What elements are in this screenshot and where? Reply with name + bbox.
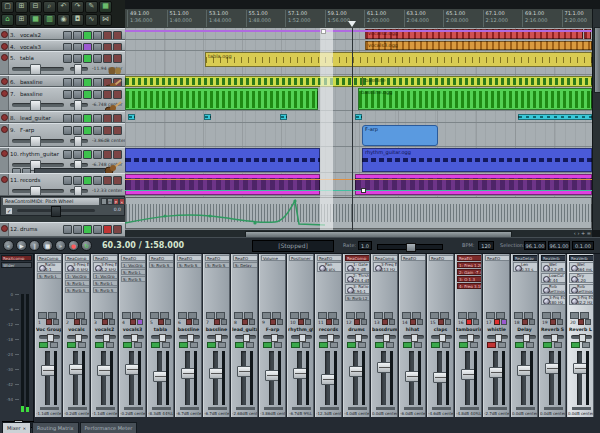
pan-slider[interactable] <box>67 335 88 339</box>
knob-icon[interactable] <box>347 276 354 283</box>
record-arm-dot[interactable] <box>1 176 8 183</box>
fx-button[interactable] <box>263 342 272 348</box>
fader-track[interactable] <box>45 351 50 405</box>
fx-slot[interactable]: S: Rvrb S <box>205 262 230 268</box>
record-arm-button[interactable] <box>113 54 122 63</box>
record-mode-icon[interactable]: ◉ <box>57 14 70 26</box>
input-button[interactable] <box>66 312 75 319</box>
fx-button[interactable] <box>235 342 244 348</box>
fx-slot[interactable]: S: Rvrb S <box>149 262 174 268</box>
mute-button[interactable] <box>550 319 556 325</box>
input-button[interactable] <box>122 312 131 319</box>
fx-slot[interactable]: S: Rvrb L <box>93 280 118 286</box>
fx-button[interactable] <box>375 342 384 348</box>
strip-name[interactable]: tabla <box>148 327 173 332</box>
timeline-ruler[interactable]: 49.1.001:36.00051.1.001:40.00053.1.001:4… <box>125 9 592 29</box>
mute-button[interactable] <box>326 319 332 325</box>
input-button[interactable] <box>346 312 355 319</box>
media-explorer-icon[interactable]: ⌂ <box>1 14 14 26</box>
strip-name[interactable]: rhythm_gtr <box>288 327 313 332</box>
fx-button[interactable] <box>73 78 82 87</box>
fx-button[interactable] <box>73 225 82 234</box>
fx-slot[interactable]: 1: VocGrp <box>93 273 118 279</box>
clip-vocals3[interactable]: vocals3.ogg <box>365 41 592 50</box>
fx-slot[interactable]: 3: Q 1.3 <box>457 276 482 282</box>
arrange-view[interactable]: vocals2.oggvocals3.oggtabla.oggbasslineb… <box>125 28 592 230</box>
trim-slider[interactable] <box>124 407 143 410</box>
env-button[interactable] <box>63 126 72 135</box>
env-button[interactable] <box>50 342 58 348</box>
track-name[interactable]: rhythm_guitar <box>20 151 59 157</box>
fx-slot[interactable]: 3-Frq EQ180 Hz <box>541 295 566 305</box>
env-button[interactable] <box>498 342 506 348</box>
record-arm-strip[interactable] <box>0 52 9 74</box>
output-button[interactable] <box>244 312 253 319</box>
mute-button[interactable] <box>354 319 360 325</box>
output-button[interactable] <box>496 312 505 319</box>
input-button[interactable] <box>206 312 215 319</box>
pan-slider-handle[interactable] <box>75 334 82 342</box>
trim-slider[interactable] <box>96 407 115 410</box>
mixer-strip-records[interactable]: ReaEQPan8 pts11records-12.3dB center <box>315 254 342 417</box>
input-button[interactable] <box>542 312 551 319</box>
play-button[interactable]: ▶ <box>16 240 27 251</box>
output-button[interactable] <box>132 312 141 319</box>
fx-slot[interactable]: 3-Freq EQ1.2 kHz <box>93 262 118 272</box>
pan-slider[interactable] <box>515 335 536 339</box>
output-button[interactable] <box>412 312 421 319</box>
fx-slot[interactable]: 3-Freq EQ213 Hz <box>373 262 398 272</box>
solo-button[interactable] <box>529 319 535 325</box>
input-button[interactable] <box>486 312 495 319</box>
vertical-scrollbar[interactable] <box>592 9 600 230</box>
fader-track[interactable] <box>521 351 526 405</box>
record-arm-dot[interactable] <box>1 78 8 85</box>
fx-slot[interactable]: S: Rvrb L <box>65 280 90 286</box>
pan-slider-handle[interactable] <box>187 334 194 342</box>
rate-slider[interactable] <box>377 244 443 250</box>
fx-slot[interactable]: 2: Thrsh-26.4 dB <box>345 273 370 283</box>
redo-icon[interactable]: ↷ <box>71 1 84 13</box>
record-button[interactable]: ● <box>68 240 79 251</box>
track-row-lead_guitar[interactable]: 8.lead_guitar <box>0 111 125 123</box>
output-button[interactable] <box>160 312 169 319</box>
track-name[interactable]: bassline <box>20 79 43 85</box>
env-button[interactable] <box>134 342 142 348</box>
input-button[interactable] <box>514 312 523 319</box>
record-arm-dot[interactable] <box>1 114 8 121</box>
fx-slot[interactable]: ReaEQ <box>205 255 230 261</box>
solo-button[interactable] <box>249 319 255 325</box>
trim-slider[interactable] <box>264 407 283 410</box>
solo-button[interactable] <box>473 319 479 325</box>
track-row-bassline[interactable]: 7.bassline-6.748 center <box>0 87 125 111</box>
trim-slider[interactable] <box>320 407 339 410</box>
mixer-strip-Delay[interactable]: ReaDelayLen0.33 s18Delay0.0dB center <box>511 254 538 417</box>
pan-slider-handle[interactable] <box>74 64 82 75</box>
fx-button[interactable] <box>459 342 468 348</box>
pan-slider-handle[interactable] <box>271 334 278 342</box>
env-button[interactable] <box>63 43 72 51</box>
horizontal-scrollbar[interactable]: ‹ › + = <box>125 230 592 237</box>
fx-slot[interactable]: Volume <box>261 255 286 261</box>
pan-slider-handle[interactable] <box>103 334 110 342</box>
fx-slot[interactable]: ReaEQ <box>93 255 118 261</box>
track-name[interactable]: lead_guitar <box>20 115 51 121</box>
clip-records-r[interactable] <box>355 174 592 195</box>
automation-line-orange[interactable] <box>125 179 592 180</box>
track-row-bassline[interactable]: 6.bassline <box>0 75 125 87</box>
mute-button[interactable] <box>103 43 112 51</box>
fx-button[interactable] <box>73 176 82 185</box>
mute-button[interactable] <box>46 319 52 325</box>
fx-button[interactable] <box>73 150 82 159</box>
fx-button[interactable] <box>571 342 580 348</box>
mute-button[interactable] <box>130 319 136 325</box>
mixer-strip-claps[interactable]: ReaEQ15claps-4.6dB center <box>427 254 454 417</box>
fx-slot[interactable]: Dry1.20 <box>569 273 594 283</box>
fx-button[interactable] <box>73 90 82 99</box>
pan-slider-handle[interactable] <box>327 334 334 342</box>
env-button[interactable] <box>218 342 226 348</box>
pan-slider-handle[interactable] <box>131 334 138 342</box>
fx-slot[interactable]: ReaComp <box>373 255 398 261</box>
solo-button[interactable] <box>81 319 87 325</box>
record-arm-dot[interactable] <box>1 43 8 50</box>
input-button[interactable] <box>94 312 103 319</box>
